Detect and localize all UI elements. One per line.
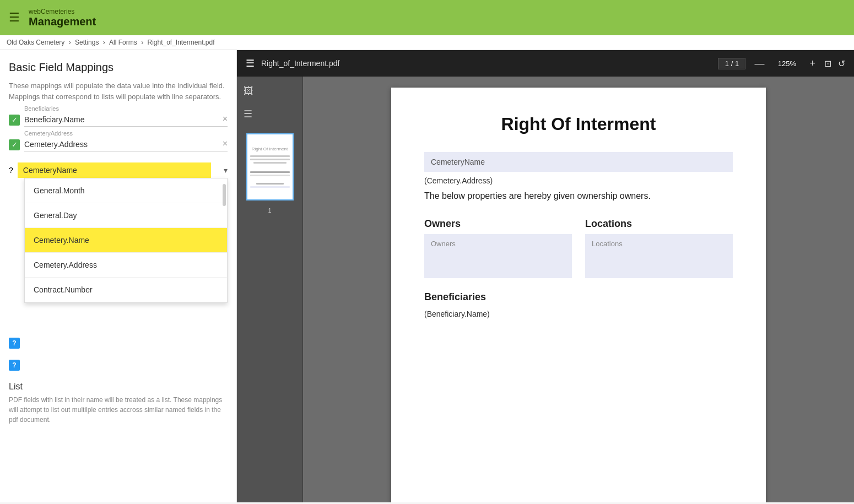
cemetery-address-clear-button[interactable]: × xyxy=(223,139,228,149)
pdf-body-text: The below properties are hereby given ow… xyxy=(424,189,733,203)
pdf-zoom-level: 125% xyxy=(773,59,801,68)
pdf-sidebar-icons: 🖼 ☰ xyxy=(241,85,253,120)
app-main-title: Management xyxy=(29,15,96,28)
app-bar: ☰ webCemeteries Management xyxy=(0,0,854,35)
cemetery-name-dropdown-arrow[interactable]: ▾ xyxy=(224,166,228,175)
dropdown-item-general-day[interactable]: General.Day xyxy=(25,203,227,228)
pdf-main-area: 🖼 ☰ Right Of Interment xyxy=(237,77,854,502)
beneficiary-clear-button[interactable]: × xyxy=(223,114,228,124)
thumb-line-3 xyxy=(253,162,287,164)
beneficiary-checkbox[interactable]: ✓ xyxy=(9,115,20,126)
cemetery-name-question-mark[interactable]: ? xyxy=(9,166,13,175)
cemetery-name-row: ? CemeteryName ▾ General.Month General.D… xyxy=(9,162,228,178)
app-subtitle: webCemeteries xyxy=(29,8,96,15)
pdf-owners-column: Owners Owners xyxy=(424,218,572,278)
thumb-line-2 xyxy=(250,159,290,160)
breadcrumb-item-pdf: Right_of_Interment.pdf xyxy=(147,39,214,46)
cemetery-name-select-wrapper: CemeteryName ▾ xyxy=(18,162,228,178)
cemetery-address-input[interactable] xyxy=(24,138,228,151)
pdf-page-box: 1 / 1 xyxy=(718,58,745,69)
dropdown-item-contract-number[interactable]: Contract.Number xyxy=(25,278,227,302)
thumb-line-4 xyxy=(250,171,290,173)
pdf-total-pages: 1 xyxy=(735,59,739,68)
dropdown-item-general-month[interactable]: General.Month xyxy=(25,178,227,203)
pdf-beneficiaries-title: Beneficiaries xyxy=(424,291,733,303)
pdf-fit-icon[interactable]: ⊡ xyxy=(824,58,831,69)
cemetery-name-dropdown: General.Month General.Day Cemetery.Name … xyxy=(24,178,228,303)
breadcrumb: Old Oaks Cemetery › Settings › All Forms… xyxy=(0,35,854,50)
menu-icon[interactable]: ☰ xyxy=(9,10,20,25)
beneficiary-input[interactable] xyxy=(24,113,228,127)
pdf-rotate-icon[interactable]: ↺ xyxy=(838,58,845,69)
pdf-owners-title: Owners xyxy=(424,218,572,230)
pdf-owners-field: Owners xyxy=(424,234,572,278)
pdf-sidebar-image-icon[interactable]: 🖼 xyxy=(244,85,253,97)
pdf-zoom-in-button[interactable]: + xyxy=(807,58,818,69)
pdf-cemetery-address-field: (Cemetery.Address) xyxy=(424,176,733,185)
extra-row-2: ? xyxy=(9,360,228,371)
cemetery-name-highlight: CemeteryName xyxy=(18,162,211,178)
pdf-locations-title: Locations xyxy=(585,218,733,230)
pdf-current-page: 1 xyxy=(725,59,729,68)
extra-question-2[interactable]: ? xyxy=(9,360,20,371)
breadcrumb-sep-3: › xyxy=(141,39,145,46)
pdf-toolbar-menu-icon[interactable]: ☰ xyxy=(246,57,255,69)
pdf-locations-column: Locations Locations xyxy=(585,218,733,278)
beneficiary-field-label: Beneficiaries xyxy=(24,105,59,112)
pdf-thumbnail-sidebar: 🖼 ☰ Right Of Interment xyxy=(237,77,303,502)
pdf-document-title: Right Of Interment xyxy=(424,114,733,134)
pdf-thumbnail-inner: Right Of Interment xyxy=(250,137,290,197)
right-panel: ☰ Right_of_Interment.pdf 1 / 1 — 125% + … xyxy=(237,50,854,502)
pdf-thumbnail-label: 1 xyxy=(268,207,271,214)
dropdown-item-cemetery-address[interactable]: Cemetery.Address xyxy=(25,253,227,278)
pdf-two-column-section: Owners Owners Locations Locations xyxy=(424,218,733,278)
pdf-content-area: Right Of Interment CemeteryName (Cemeter… xyxy=(303,77,854,502)
breadcrumb-item-allforms[interactable]: All Forms xyxy=(109,39,137,46)
panel-description: These mappings will populate the data va… xyxy=(9,80,228,102)
extra-question-1[interactable]: ? xyxy=(9,338,20,349)
pdf-toolbar: ☰ Right_of_Interment.pdf 1 / 1 — 125% + … xyxy=(237,50,854,77)
breadcrumb-sep-1: › xyxy=(69,39,73,46)
thumb-line-7 xyxy=(250,186,290,188)
thumb-line-6 xyxy=(256,183,284,185)
pdf-locations-field: Locations xyxy=(585,234,733,278)
cemetery-address-input-wrapper: CemeteryAddress × xyxy=(24,138,228,151)
thumb-line-1 xyxy=(250,155,290,157)
list-section-title: List xyxy=(9,382,228,392)
pdf-page: Right Of Interment CemeteryName (Cemeter… xyxy=(391,88,766,502)
thumb-line-5 xyxy=(250,175,290,176)
cemetery-address-field-label: CemeteryAddress xyxy=(24,130,73,137)
pdf-page-separator: / xyxy=(731,59,735,68)
pdf-cemetery-name-field: CemeteryName xyxy=(424,152,733,172)
pdf-page-navigation: 1 / 1 xyxy=(718,58,745,69)
pdf-zoom-out-button[interactable]: — xyxy=(752,58,766,69)
pdf-thumbnail[interactable]: Right Of Interment xyxy=(246,133,294,200)
breadcrumb-item-cemetery[interactable]: Old Oaks Cemetery xyxy=(7,39,64,46)
beneficiary-row: ✓ Beneficiaries × xyxy=(9,113,228,127)
list-section-description: PDF fields with list in their name will … xyxy=(9,395,228,425)
dropdown-scrollbar xyxy=(223,184,226,206)
beneficiary-input-wrapper: Beneficiaries × xyxy=(24,113,228,127)
pdf-sidebar-table-icon[interactable]: ☰ xyxy=(244,108,253,120)
cemetery-address-row: ✓ CemeteryAddress × xyxy=(9,138,228,151)
breadcrumb-item-settings[interactable]: Settings xyxy=(75,39,99,46)
app-title: webCemeteries Management xyxy=(29,8,96,28)
panel-heading: Basic Field Mappings xyxy=(9,61,228,74)
cemetery-address-checkbox[interactable]: ✓ xyxy=(9,139,20,150)
breadcrumb-sep-2: › xyxy=(103,39,107,46)
thumb-title-text: Right Of Interment xyxy=(252,147,288,151)
dropdown-item-cemetery-name[interactable]: Cemetery.Name xyxy=(25,228,227,253)
left-panel: Basic Field Mappings These mappings will… xyxy=(0,50,237,502)
list-section: List PDF fields with list in their name … xyxy=(9,382,228,425)
pdf-beneficiary-field: (Beneficiary.Name) xyxy=(424,310,733,318)
pdf-filename: Right_of_Interment.pdf xyxy=(261,59,711,68)
extra-row-1: ? xyxy=(9,338,228,349)
main-layout: Basic Field Mappings These mappings will… xyxy=(0,50,854,502)
